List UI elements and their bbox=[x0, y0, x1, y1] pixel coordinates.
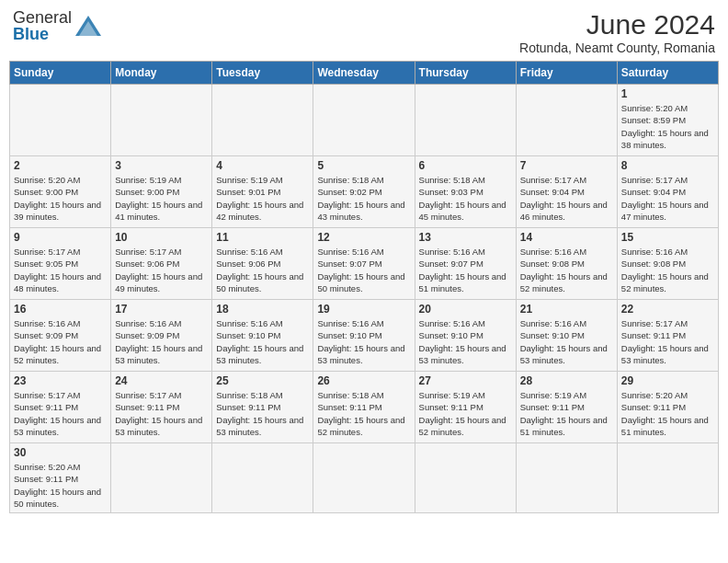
day-info: Sunrise: 5:16 AM Sunset: 9:08 PM Dayligh… bbox=[520, 246, 613, 294]
day-header-friday: Friday bbox=[516, 62, 617, 85]
day-info: Sunrise: 5:18 AM Sunset: 9:11 PM Dayligh… bbox=[216, 389, 309, 438]
logo-text: General Blue bbox=[13, 9, 72, 42]
day-number: 8 bbox=[621, 159, 714, 172]
calendar-cell: 18Sunrise: 5:16 AM Sunset: 9:10 PM Dayli… bbox=[212, 300, 313, 372]
day-info: Sunrise: 5:17 AM Sunset: 9:04 PM Dayligh… bbox=[520, 174, 613, 223]
day-number: 19 bbox=[317, 303, 410, 316]
calendar-cell: 16Sunrise: 5:16 AM Sunset: 9:09 PM Dayli… bbox=[10, 300, 111, 372]
calendar-cell bbox=[516, 443, 617, 513]
day-number: 10 bbox=[115, 231, 208, 244]
day-number: 18 bbox=[216, 303, 309, 316]
day-number: 13 bbox=[419, 231, 512, 244]
day-header-saturday: Saturday bbox=[617, 62, 718, 85]
calendar-cell bbox=[111, 443, 212, 513]
day-info: Sunrise: 5:18 AM Sunset: 9:03 PM Dayligh… bbox=[419, 174, 512, 223]
day-number: 4 bbox=[216, 159, 309, 172]
day-number: 5 bbox=[317, 159, 410, 172]
calendar-cell: 19Sunrise: 5:16 AM Sunset: 9:10 PM Dayli… bbox=[313, 300, 415, 372]
calendar-cell: 14Sunrise: 5:16 AM Sunset: 9:08 PM Dayli… bbox=[516, 228, 617, 300]
day-info: Sunrise: 5:16 AM Sunset: 9:06 PM Dayligh… bbox=[216, 246, 309, 294]
calendar-cell: 3Sunrise: 5:19 AM Sunset: 9:00 PM Daylig… bbox=[111, 156, 212, 228]
day-info: Sunrise: 5:16 AM Sunset: 9:09 PM Dayligh… bbox=[14, 317, 107, 366]
day-info: Sunrise: 5:16 AM Sunset: 9:08 PM Dayligh… bbox=[621, 246, 714, 294]
calendar-header-row: SundayMondayTuesdayWednesdayThursdayFrid… bbox=[10, 62, 719, 85]
day-number: 12 bbox=[317, 231, 410, 244]
day-number: 15 bbox=[621, 231, 714, 244]
calendar-cell: 6Sunrise: 5:18 AM Sunset: 9:03 PM Daylig… bbox=[415, 156, 516, 228]
day-number: 22 bbox=[621, 303, 714, 316]
calendar-cell: 23Sunrise: 5:17 AM Sunset: 9:11 PM Dayli… bbox=[10, 372, 111, 443]
day-number: 21 bbox=[520, 303, 613, 316]
day-number: 24 bbox=[115, 374, 208, 387]
day-info: Sunrise: 5:17 AM Sunset: 9:11 PM Dayligh… bbox=[14, 389, 107, 438]
calendar-cell: 7Sunrise: 5:17 AM Sunset: 9:04 PM Daylig… bbox=[516, 156, 617, 228]
title-block: June 2024 Rotunda, Neamt County, Romania bbox=[519, 9, 715, 55]
calendar-table: SundayMondayTuesdayWednesdayThursdayFrid… bbox=[9, 61, 719, 513]
month-title: June 2024 bbox=[519, 9, 715, 40]
week-row-4: 16Sunrise: 5:16 AM Sunset: 9:09 PM Dayli… bbox=[10, 300, 719, 372]
day-number: 14 bbox=[520, 231, 613, 244]
day-number: 3 bbox=[115, 159, 208, 172]
day-number: 11 bbox=[216, 231, 309, 244]
day-info: Sunrise: 5:16 AM Sunset: 9:07 PM Dayligh… bbox=[317, 246, 410, 294]
day-number: 30 bbox=[14, 446, 107, 459]
week-row-2: 2Sunrise: 5:20 AM Sunset: 9:00 PM Daylig… bbox=[10, 156, 719, 228]
calendar-cell: 28Sunrise: 5:19 AM Sunset: 9:11 PM Dayli… bbox=[516, 372, 617, 443]
calendar-cell bbox=[212, 443, 313, 513]
calendar-cell: 8Sunrise: 5:17 AM Sunset: 9:04 PM Daylig… bbox=[617, 156, 718, 228]
calendar-cell: 25Sunrise: 5:18 AM Sunset: 9:11 PM Dayli… bbox=[212, 372, 313, 443]
day-info: Sunrise: 5:17 AM Sunset: 9:06 PM Dayligh… bbox=[115, 246, 208, 294]
logo-icon bbox=[75, 16, 101, 36]
day-number: 28 bbox=[520, 374, 613, 387]
day-info: Sunrise: 5:19 AM Sunset: 9:01 PM Dayligh… bbox=[216, 174, 309, 223]
calendar-cell: 12Sunrise: 5:16 AM Sunset: 9:07 PM Dayli… bbox=[313, 228, 415, 300]
calendar-cell bbox=[617, 443, 718, 513]
day-header-sunday: Sunday bbox=[10, 62, 111, 85]
day-number: 29 bbox=[621, 374, 714, 387]
day-number: 23 bbox=[14, 374, 107, 387]
calendar-cell: 5Sunrise: 5:18 AM Sunset: 9:02 PM Daylig… bbox=[313, 156, 415, 228]
day-info: Sunrise: 5:20 AM Sunset: 9:00 PM Dayligh… bbox=[14, 174, 107, 223]
page-header: General Blue June 2024 Rotunda, Neamt Co… bbox=[9, 9, 719, 55]
day-number: 27 bbox=[419, 374, 512, 387]
day-info: Sunrise: 5:16 AM Sunset: 9:10 PM Dayligh… bbox=[216, 317, 309, 366]
logo-general: General bbox=[13, 8, 72, 27]
calendar-cell bbox=[313, 85, 415, 156]
calendar-cell: 17Sunrise: 5:16 AM Sunset: 9:09 PM Dayli… bbox=[111, 300, 212, 372]
calendar-cell bbox=[212, 85, 313, 156]
day-info: Sunrise: 5:18 AM Sunset: 9:11 PM Dayligh… bbox=[317, 389, 410, 438]
week-row-5: 23Sunrise: 5:17 AM Sunset: 9:11 PM Dayli… bbox=[10, 372, 719, 443]
day-info: Sunrise: 5:16 AM Sunset: 9:10 PM Dayligh… bbox=[520, 317, 613, 366]
logo: General Blue bbox=[13, 9, 101, 42]
day-info: Sunrise: 5:17 AM Sunset: 9:11 PM Dayligh… bbox=[115, 389, 208, 438]
day-number: 7 bbox=[520, 159, 613, 172]
calendar-cell bbox=[516, 85, 617, 156]
calendar-cell bbox=[313, 443, 415, 513]
day-number: 25 bbox=[216, 374, 309, 387]
day-header-tuesday: Tuesday bbox=[212, 62, 313, 85]
day-info: Sunrise: 5:19 AM Sunset: 9:11 PM Dayligh… bbox=[419, 389, 512, 438]
week-row-3: 9Sunrise: 5:17 AM Sunset: 9:05 PM Daylig… bbox=[10, 228, 719, 300]
logo-blue: Blue bbox=[13, 25, 49, 43]
calendar-cell bbox=[111, 85, 212, 156]
day-number: 6 bbox=[419, 159, 512, 172]
day-number: 20 bbox=[419, 303, 512, 316]
calendar-cell: 24Sunrise: 5:17 AM Sunset: 9:11 PM Dayli… bbox=[111, 372, 212, 443]
day-number: 17 bbox=[115, 303, 208, 316]
calendar-cell bbox=[10, 85, 111, 156]
day-info: Sunrise: 5:16 AM Sunset: 9:10 PM Dayligh… bbox=[419, 317, 512, 366]
day-header-wednesday: Wednesday bbox=[313, 62, 415, 85]
calendar-cell: 26Sunrise: 5:18 AM Sunset: 9:11 PM Dayli… bbox=[313, 372, 415, 443]
calendar-cell: 15Sunrise: 5:16 AM Sunset: 9:08 PM Dayli… bbox=[617, 228, 718, 300]
day-info: Sunrise: 5:17 AM Sunset: 9:05 PM Dayligh… bbox=[14, 246, 107, 294]
calendar-cell: 2Sunrise: 5:20 AM Sunset: 9:00 PM Daylig… bbox=[10, 156, 111, 228]
day-info: Sunrise: 5:17 AM Sunset: 9:11 PM Dayligh… bbox=[621, 317, 714, 366]
day-info: Sunrise: 5:16 AM Sunset: 9:07 PM Dayligh… bbox=[419, 246, 512, 294]
calendar-cell: 9Sunrise: 5:17 AM Sunset: 9:05 PM Daylig… bbox=[10, 228, 111, 300]
calendar-cell bbox=[415, 85, 516, 156]
calendar-cell: 1Sunrise: 5:20 AM Sunset: 8:59 PM Daylig… bbox=[617, 85, 718, 156]
calendar-cell: 20Sunrise: 5:16 AM Sunset: 9:10 PM Dayli… bbox=[415, 300, 516, 372]
day-number: 26 bbox=[317, 374, 410, 387]
day-header-monday: Monday bbox=[111, 62, 212, 85]
calendar-cell: 10Sunrise: 5:17 AM Sunset: 9:06 PM Dayli… bbox=[111, 228, 212, 300]
